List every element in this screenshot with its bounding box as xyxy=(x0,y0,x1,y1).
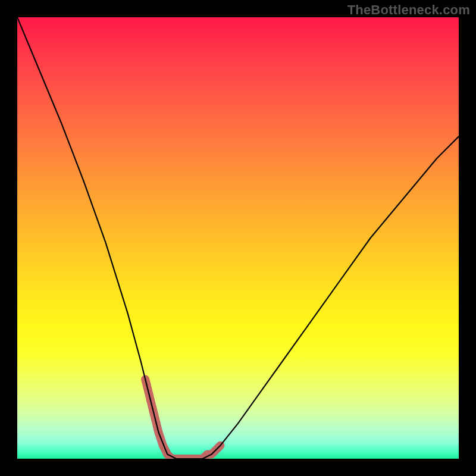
bottleneck-curve xyxy=(17,17,459,459)
chart-frame: TheBottleneck.com xyxy=(0,0,476,476)
sweet-spot-overlay xyxy=(145,379,220,459)
plot-area xyxy=(17,17,459,459)
watermark-text: TheBottleneck.com xyxy=(347,2,470,18)
curve-layer xyxy=(17,17,459,459)
